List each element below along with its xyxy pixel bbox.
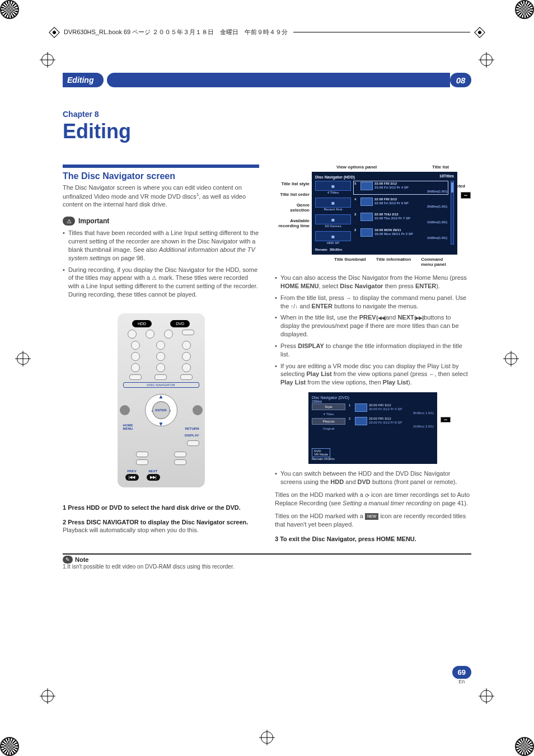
nav-row-index: 5 [354, 182, 359, 185]
bullet-item: From the title list, press → to display … [275, 294, 471, 311]
label-title-list-style: Title list style [275, 181, 310, 186]
nav-row-info: 22:00 FRI 3/1222:00 Fri 3/12 Pr 9 SP2h00… [374, 198, 447, 209]
arrow-left-icon: ← [429, 370, 434, 378]
label-command-panel: Command menu panel [421, 257, 446, 267]
print-corner-mark-bl [0, 737, 19, 756]
book-header: DVR630HS_RL.book 69 ページ ２００５年３月１８日 金曜日 午… [50, 28, 484, 36]
mini-title-count: 2titles [312, 400, 434, 403]
nav-row-thumbnail [360, 213, 373, 221]
remote-hdd-button: HDD [132, 320, 152, 327]
remote-dvd-button: DVD [170, 320, 190, 327]
intro-paragraph: The Disc Navigator screen is where you c… [63, 184, 259, 209]
print-corner-mark-br [515, 737, 534, 756]
nav-option-sublabel: 4 Titles [315, 191, 351, 194]
nav-row-thumbnail [360, 198, 373, 206]
mini-option-sublabel: Original [312, 427, 345, 430]
nav-row-index: 3 [354, 213, 359, 216]
warning-triangle-icon: ⚠ [152, 274, 157, 282]
section-rule [63, 165, 259, 168]
right-bullets: You can also access the Disc Navigator f… [275, 274, 471, 387]
important-icon: ⚠ [63, 217, 75, 226]
recycle-icon: ⟳ [365, 492, 369, 500]
mini-row-index: 2 [349, 417, 353, 429]
header-rule [293, 32, 470, 32]
left-column: The Disc Navigator screen The Disc Navig… [63, 165, 259, 542]
print-corner-mark-tl [0, 0, 19, 19]
label-genre-selection: Genre selection [275, 203, 310, 213]
registration-mark [480, 690, 493, 702]
bullet-item: Press DISPLAY to change the title inform… [275, 342, 471, 359]
mini-title-row: 120:00 FRI 3/1220:00 Fri 3/12 Pr 4 SP0h3… [349, 403, 434, 415]
nav-row-index: 4 [354, 198, 359, 201]
navigator-diagram: View options panel Title list Title list… [275, 165, 471, 267]
nav-title-row: 219:00 MON 29/1119:00 Mon 29/11 Pr 2 SP1… [353, 227, 448, 241]
nav-row-thumbnail [360, 182, 373, 190]
bullet-item: When in the title list, use the PREV (|◀… [275, 313, 471, 339]
remote-return-label: RETURN [185, 427, 199, 430]
prev-track-icon: (|◀◀) [376, 314, 386, 321]
arrow-up-icon: ▲ [158, 393, 164, 400]
chapter-header-spacer [107, 73, 450, 87]
step-3: 3 To exit the Disc Navigator, press HOME… [275, 536, 471, 542]
mini-option-tile: Style [312, 403, 345, 410]
bullet-item: You can also access the Disc Navigator f… [275, 274, 471, 290]
mini-row-index: 1 [349, 403, 353, 415]
label-title-information: Title information [376, 257, 411, 267]
chapter-label: Chapter 8 [63, 110, 471, 119]
nav-option-tile: ▦ [315, 198, 351, 208]
nav-option-sublabel: Recent first [315, 208, 351, 211]
nav-row-info: 22:00 THU 2/1222:00 Thu 2/12 Pr 7 SP1h00… [374, 213, 447, 224]
note-icon: ✎ [63, 556, 73, 564]
nav-option-tile: ▦ [315, 214, 351, 224]
book-header-text: DVR630HS_RL.book 69 ページ ２００５年３月１８日 金曜日 午… [64, 28, 288, 36]
nav-option-tile: ▦ [315, 181, 351, 191]
remote-dpad: ▲ ▼ ◀ ▶ ENTER HOME MENU RETURN [123, 390, 199, 430]
bullet-item: Titles that have been recorded with a Li… [63, 229, 259, 262]
registration-mark [505, 353, 517, 365]
diamond-icon [474, 27, 485, 38]
registration-mark [261, 731, 273, 744]
label-view-options: View options panel [336, 165, 377, 170]
registration-mark [41, 690, 54, 702]
label-title-list: Title list [432, 165, 449, 170]
next-track-icon: (▶▶|) [414, 314, 424, 321]
chapter-title: Editing [63, 120, 471, 143]
mini-row-info: 23:00 FRI 3/1223:00 Fri 3/12 Pr 8 SP1h00… [369, 417, 434, 429]
mini-remain-label: Remain [312, 457, 324, 461]
print-corner-mark-tr [515, 0, 534, 19]
nav-row-index: 2 [354, 228, 359, 232]
nav-title-row: 422:00 FRI 3/1222:00 Fri 3/12 Pr 9 SP2h0… [353, 196, 448, 210]
nav-row-thumbnail [360, 228, 373, 237]
remote-next-button: ▶▶| [147, 474, 160, 481]
mini-title-row: 223:00 FRI 3/1223:00 Fri 3/12 Pr 8 SP1h0… [349, 417, 434, 429]
chapter-header-number: 08 [450, 73, 471, 87]
remote-next-label: NEXT [148, 469, 157, 473]
mini-row-thumbnail [355, 417, 367, 425]
diamond-icon [49, 27, 60, 38]
note-label: Note [75, 556, 88, 563]
arrow-up-down-icon: ↑/↓ [291, 303, 298, 311]
mini-row-thumbnail [355, 403, 367, 412]
page-content: Editing 08 Chapter 8 Editing The Disc Na… [63, 73, 471, 683]
right-column: View options panel Title list Title list… [275, 165, 471, 542]
nav-remain-value: 30h30m [330, 248, 342, 251]
step-2: 2 Press DISC NAVIGATOR to display the Di… [63, 519, 259, 525]
page-number: 69 En [452, 666, 471, 684]
bullet-item: During recording, if you display the Dis… [63, 266, 259, 299]
timer-titles-para: Titles on the HDD marked with a ⟳ icon a… [275, 491, 471, 508]
registration-mark [480, 54, 493, 66]
step-2-sub: Playback will automatically stop when yo… [63, 527, 259, 533]
mini-remain-value: 0h30m [324, 457, 334, 461]
nav-row-info: 19:00 MON 29/1119:00 Mon 29/11 Pr 2 SP1h… [374, 228, 447, 240]
right-bullets-2: You can switch between the HDD and the D… [275, 469, 471, 486]
remote-enter-button: ENTER [152, 401, 170, 419]
new-badge-icon: NEW [365, 513, 378, 519]
registration-mark [17, 353, 29, 365]
nav-row-info: 23:00 FRI 3/1223:00 Fri 3/12 Pr 4 SP2h00… [374, 182, 447, 194]
important-bullets: Titles that have been recorded with a Li… [63, 229, 259, 299]
label-title-list-order: Title list order [275, 192, 310, 197]
remote-illustration: HDD DVD DISC NAVIGATOR ▲ ▼ ◀ [111, 308, 212, 495]
mini-option-sublabel: 4 Titles [312, 412, 345, 416]
arrow-down-icon: ▼ [158, 421, 164, 427]
navigator-dvd-screenshot: Disc Navigator (DVD) 2titles Style4 Titl… [308, 392, 437, 464]
